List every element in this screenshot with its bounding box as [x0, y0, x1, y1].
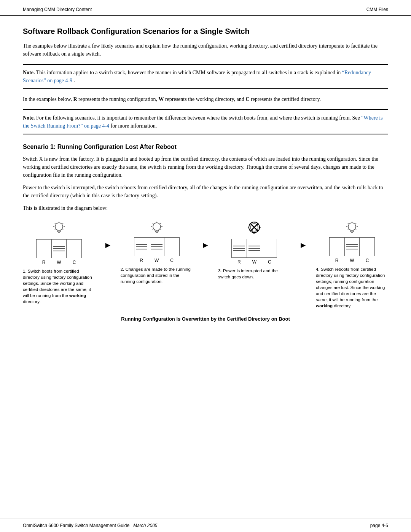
label-r4: R: [329, 257, 344, 264]
label-w1: W: [51, 259, 67, 266]
svg-line-4: [62, 223, 63, 224]
note1-end: .: [74, 78, 75, 83]
bulb-icon-2: [150, 221, 163, 237]
diagram-2: R W C 2. Changes are made to the running…: [121, 221, 193, 284]
diagram4-text: 4. Switch reboots from certified directo…: [316, 266, 388, 309]
switch-cell-r2: [134, 238, 150, 256]
page-header: Managing CMM Directory Content CMM Files: [0, 0, 411, 16]
scenario1-title: Scenario 1: Running Configuration Lost A…: [23, 144, 388, 150]
footer-right: page 4-5: [370, 523, 388, 528]
switch-cell-c1: [67, 240, 81, 258]
switch-box-2: [134, 237, 180, 256]
svg-point-0: [55, 223, 63, 230]
note1-text: Note. This information applies to a swit…: [23, 69, 388, 85]
svg-point-10: [153, 223, 161, 230]
note-box-1: Note. This information applies to a swit…: [23, 64, 388, 89]
r-label: R: [73, 96, 77, 102]
note2-text: Note. For the following scenarios, it is…: [23, 114, 388, 130]
switch-cell-r3: [232, 239, 247, 257]
arrow-3: ►: [299, 221, 307, 250]
switch-box-1: [36, 239, 82, 258]
note1-body: This information applies to a switch sta…: [36, 70, 342, 75]
switch-cell-w1: [52, 240, 67, 258]
footer-guide-title: OmniSwitch 6600 Family Switch Management…: [23, 523, 129, 528]
footer-left: OmniSwitch 6600 Family Switch Management…: [23, 523, 158, 528]
diagram-1: R W C 1. Switch boots from certified dir…: [23, 221, 95, 305]
diagram3-text: 3. Power is interrupted and the switch g…: [218, 268, 290, 280]
diagram1-end: directory.: [23, 299, 40, 304]
switch-labels-2: R W C: [134, 257, 180, 264]
switch-box-4: [329, 237, 375, 256]
label-w4: W: [344, 257, 360, 264]
c-label: C: [245, 96, 249, 102]
switch-cell-r1: [37, 240, 52, 258]
header-left: Managing CMM Directory Content: [23, 7, 92, 12]
main-content: Software Rollback Configuration Scenario…: [0, 16, 411, 519]
switch-diagram-2: R W C: [134, 221, 180, 264]
arrow-icon-2: ►: [201, 240, 210, 250]
svg-line-39: [355, 229, 356, 230]
bulb-icon-4: [346, 221, 358, 237]
switch-cell-w3: [247, 239, 262, 257]
switch-labels-3: R W C: [231, 259, 277, 265]
switch-labels-4: R W C: [329, 257, 375, 264]
diagram-3: R W C 3. Power is interrupted and the sw…: [218, 221, 290, 280]
label-c3: C: [262, 259, 277, 265]
label-w2: W: [149, 257, 164, 264]
diagram4-caption: 4. Switch reboots from certified directo…: [316, 267, 385, 302]
w-label: W: [158, 96, 164, 102]
switch-diagram-3: R W C: [231, 221, 277, 265]
label-w3: W: [247, 259, 262, 265]
header-right: CMM Files: [366, 7, 388, 12]
arrow-1: ►: [104, 221, 112, 250]
switch-diagram-4: R W C: [329, 221, 375, 264]
crossed-bulb-icon: [246, 221, 262, 239]
label-c1: C: [67, 259, 82, 266]
switch-labels-1: R W C: [36, 259, 82, 266]
note2-body: For the following scenarios, it is impor…: [36, 115, 361, 121]
diagram1-text: 1. Switch boots from certified directory…: [23, 268, 95, 305]
switch-cell-c4: [360, 238, 374, 256]
svg-line-19: [153, 229, 153, 230]
switch-cell-w2: [149, 238, 164, 256]
diagram-4: R W C 4. Switch reboots from certified d…: [316, 221, 388, 309]
label-r1: R: [36, 259, 51, 266]
svg-line-35: [355, 223, 356, 224]
label-c4: C: [360, 257, 375, 264]
switch-cell-r4: [330, 238, 345, 256]
switch-cell-w4: [345, 238, 360, 256]
svg-line-36: [348, 223, 349, 224]
svg-line-5: [55, 223, 56, 224]
arrow-icon-1: ►: [104, 240, 112, 250]
diagram-intro: This is illustrated in the diagram below…: [23, 204, 388, 212]
svg-line-8: [62, 229, 63, 230]
bulb-icon-1: [53, 221, 65, 238]
note-box-2: Note. For the following scenarios, it is…: [23, 109, 388, 134]
arrow-2: ►: [201, 221, 210, 250]
diagram3-caption: 3. Power is interrupted and the switch g…: [218, 268, 278, 279]
footer-date: March 2005: [133, 523, 157, 528]
diagram-section: R W C 1. Switch boots from certified dir…: [23, 221, 388, 323]
page-container: Managing CMM Directory Content CMM Files…: [0, 0, 411, 532]
main-title: Software Rollback Configuration Scenario…: [23, 27, 388, 36]
scenario1-para1: Switch X is new from the factory. It is …: [23, 155, 388, 179]
diagram1-bold: working: [69, 293, 86, 298]
arrow-icon-3: ►: [299, 240, 307, 250]
switch-cell-c3: [262, 239, 277, 257]
label-c2: C: [164, 257, 180, 264]
svg-line-9: [55, 229, 56, 230]
switch-cell-c2: [164, 238, 179, 256]
switch-box-3: [231, 239, 277, 258]
svg-line-14: [160, 223, 161, 224]
diagrams-row: R W C 1. Switch boots from certified dir…: [23, 221, 388, 309]
page-footer: OmniSwitch 6600 Family Switch Management…: [0, 519, 411, 532]
intro-paragraph: The examples below illustrate a few like…: [23, 42, 388, 58]
diagram-caption: Running Configuration is Overwritten by …: [23, 315, 388, 323]
note2-label: Note.: [23, 115, 35, 121]
diagram4-end: directory.: [333, 304, 352, 308]
diagram2-caption: 2. Changes are made to the running confi…: [121, 267, 191, 284]
note2-end: for more information.: [111, 123, 157, 129]
switch-diagram-1: R W C: [36, 221, 82, 266]
diagram2-text: 2. Changes are made to the running confi…: [121, 266, 193, 284]
svg-line-40: [348, 229, 349, 230]
